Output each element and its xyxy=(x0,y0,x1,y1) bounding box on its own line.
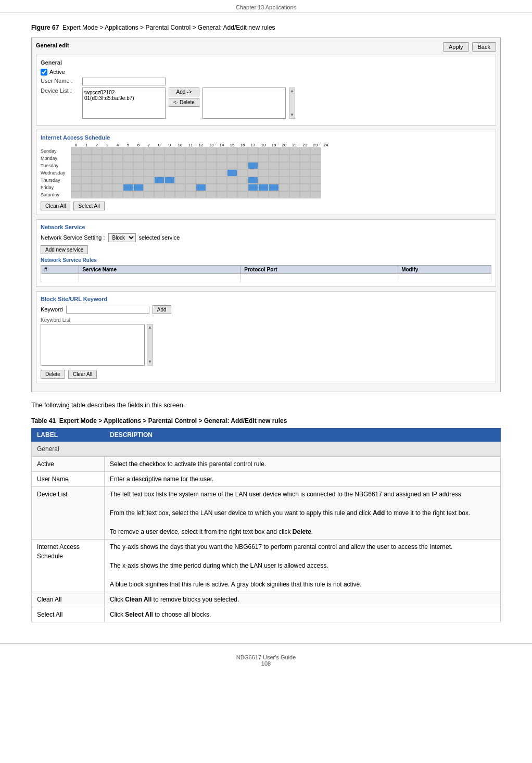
hour-23: 23 xyxy=(310,143,321,147)
cell-mon-12[interactable] xyxy=(196,155,206,162)
device-list-right[interactable] xyxy=(202,87,286,119)
cell-sun-8[interactable] xyxy=(154,147,164,155)
cell-sun-12[interactable] xyxy=(196,147,206,155)
cell-sun-5[interactable] xyxy=(123,147,133,155)
general-edit-label: General edit xyxy=(36,42,69,52)
cell-sun-6[interactable] xyxy=(133,147,144,155)
cell-sun-0[interactable] xyxy=(71,147,81,155)
cell-mon-3[interactable] xyxy=(102,155,112,162)
cell-sun-23[interactable] xyxy=(310,147,321,155)
cell-mon-0[interactable] xyxy=(71,155,81,162)
cell-sun-18[interactable] xyxy=(258,147,269,155)
delete-device-button[interactable]: <- Delete xyxy=(169,98,199,107)
schedule-section: Internet Access Schedule 0 1 2 3 4 5 6 7… xyxy=(36,130,496,215)
network-service-label: Network Service xyxy=(41,224,491,230)
day-friday: Friday xyxy=(41,185,71,190)
description-table: LABEL DESCRIPTION GeneralActiveSelect th… xyxy=(31,428,501,622)
ns-block-select[interactable]: Block xyxy=(108,233,136,242)
scroll-down-icon2: ▼ xyxy=(148,359,152,365)
cell-sun-20[interactable] xyxy=(279,147,289,155)
general-section-label: General xyxy=(41,59,491,66)
cell-sun-22[interactable] xyxy=(300,147,310,155)
cell-mon-2[interactable] xyxy=(92,155,102,162)
cell-mon-16[interactable] xyxy=(237,155,248,162)
cell-sun-13[interactable] xyxy=(206,147,217,155)
keyword-list-box[interactable] xyxy=(41,324,145,366)
cell-sun-4[interactable] xyxy=(112,147,123,155)
add-new-service-button[interactable]: Add new service xyxy=(41,245,88,254)
cell-sun-2[interactable] xyxy=(92,147,102,155)
clean-all-button[interactable]: Clean All xyxy=(41,202,70,210)
schedule-row-tuesday: Tuesday xyxy=(41,162,491,169)
cell-mon-18[interactable] xyxy=(258,155,269,162)
cell-sun-9[interactable] xyxy=(164,147,175,155)
add-keyword-button[interactable]: Add xyxy=(153,305,171,314)
internet-access-label: Internet Access Schedule xyxy=(41,134,491,141)
back-button[interactable]: Back xyxy=(472,42,496,52)
cell-mon-13[interactable] xyxy=(206,155,217,162)
cell-sun-16[interactable] xyxy=(237,147,248,155)
clear-all-keyword-button[interactable]: Clear All xyxy=(68,370,97,379)
hour-22: 22 xyxy=(300,143,310,147)
schedule-row-sunday: Sunday xyxy=(41,147,491,155)
schedule-row-saturday: Saturday xyxy=(41,191,491,198)
cell-mon-20[interactable] xyxy=(279,155,289,162)
device-list-left[interactable]: twpccz02102-01(d0:3f:d5:ba:9e:b7) xyxy=(82,87,166,119)
hour-11: 11 xyxy=(185,143,196,147)
keyword-input[interactable] xyxy=(66,306,149,314)
cell-mon-17[interactable] xyxy=(248,155,258,162)
select-all-button[interactable]: Select All xyxy=(73,202,104,210)
cell-mon-5[interactable] xyxy=(123,155,133,162)
cell-mon-22[interactable] xyxy=(300,155,310,162)
schedule-row-wednesday: Wednesday xyxy=(41,169,491,177)
cell-sun-15[interactable] xyxy=(227,147,237,155)
row-desc: Select the checkbox to activate this par… xyxy=(105,457,501,472)
cell-mon-21[interactable] xyxy=(289,155,300,162)
cell-mon-7[interactable] xyxy=(144,155,154,162)
apply-button[interactable]: Apply xyxy=(443,42,469,52)
add-device-button[interactable]: Add -> xyxy=(169,87,199,96)
cell-sun-17[interactable] xyxy=(248,147,258,155)
cell-mon-23[interactable] xyxy=(310,155,321,162)
ns-rules-table: # Service Name Protocol Port Modify xyxy=(41,265,491,282)
schedule-row-thursday: Thursday xyxy=(41,177,491,184)
cell-mon-1[interactable] xyxy=(81,155,92,162)
hour-19: 19 xyxy=(269,143,279,147)
cell-sun-1[interactable] xyxy=(81,147,92,155)
cell-mon-6[interactable] xyxy=(133,155,144,162)
cell-mon-11[interactable] xyxy=(185,155,196,162)
table-number: Table 41 xyxy=(31,417,56,424)
cell-mon-9[interactable] xyxy=(164,155,175,162)
cell-sun-7[interactable] xyxy=(144,147,154,155)
hour-15: 15 xyxy=(227,143,237,147)
keyword-scrollbar: ▲ ▼ xyxy=(147,324,153,366)
cell-mon-19[interactable] xyxy=(269,155,279,162)
cell-sun-14[interactable] xyxy=(217,147,227,155)
chapter-title: Chapter 13 Applications xyxy=(236,4,296,10)
cell-sun-11[interactable] xyxy=(185,147,196,155)
general-section: General Active User Name : Device List :… xyxy=(36,55,496,126)
cell-sun-10[interactable] xyxy=(175,147,185,155)
cell-mon-14[interactable] xyxy=(217,155,227,162)
row-label: Internet Access Schedule xyxy=(32,540,105,592)
user-name-input[interactable] xyxy=(82,78,166,85)
day-tuesday: Tuesday xyxy=(41,163,71,168)
hour-2: 2 xyxy=(92,143,102,147)
cell-sun-19[interactable] xyxy=(269,147,279,155)
table-row: ActiveSelect the checkbox to activate th… xyxy=(32,457,501,472)
cell-mon-15[interactable] xyxy=(227,155,237,162)
active-checkbox[interactable] xyxy=(41,69,47,76)
hour-0: 0 xyxy=(71,143,81,147)
hour-18: 18 xyxy=(258,143,269,147)
cell-sun-21[interactable] xyxy=(289,147,300,155)
row-label: Device List xyxy=(32,487,105,540)
ns-selected-service-label: selected service xyxy=(139,234,180,241)
keyword-list-section: Keyword List ▲ ▼ Delete Clear All xyxy=(41,317,491,379)
cell-mon-8[interactable] xyxy=(154,155,164,162)
network-service-section: Network Service Network Service Setting … xyxy=(36,219,496,287)
cell-sun-3[interactable] xyxy=(102,147,112,155)
delete-keyword-button[interactable]: Delete xyxy=(41,370,65,379)
cell-mon-10[interactable] xyxy=(175,155,185,162)
cell-mon-4[interactable] xyxy=(112,155,123,162)
table-header-row: LABEL DESCRIPTION xyxy=(32,429,501,442)
